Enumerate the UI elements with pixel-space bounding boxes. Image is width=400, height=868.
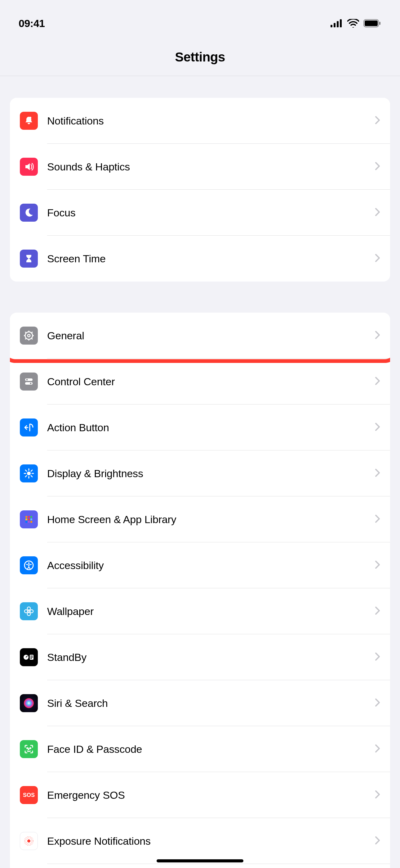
svg-line-15	[31, 338, 33, 339]
row-siri[interactable]: Siri & Search	[10, 680, 390, 726]
chevron-right-icon	[375, 116, 380, 125]
chevron-right-icon	[375, 208, 380, 217]
svg-point-21	[30, 383, 32, 384]
exposure-icon	[20, 832, 38, 850]
status-bar: 09:41	[0, 0, 400, 37]
row-standby[interactable]: StandBy	[10, 634, 390, 680]
row-screen-time[interactable]: Screen Time	[10, 236, 390, 282]
apps-icon	[20, 510, 38, 528]
settings-group-1: Notifications Sounds & Haptics Focus Scr…	[10, 98, 390, 282]
sun-icon	[20, 464, 38, 483]
chevron-right-icon	[375, 836, 380, 846]
row-label: General	[47, 330, 375, 342]
row-notifications[interactable]: Notifications	[10, 98, 390, 144]
switches-icon	[20, 373, 38, 391]
svg-line-14	[25, 332, 26, 333]
sos-icon: SOS	[20, 786, 38, 804]
row-home-screen[interactable]: Home Screen & App Library	[10, 496, 390, 542]
svg-line-30	[26, 475, 27, 477]
bell-icon	[20, 112, 38, 130]
siri-icon	[20, 694, 38, 712]
sos-text: SOS	[23, 792, 35, 799]
chevron-right-icon	[375, 162, 380, 172]
cellular-icon	[331, 19, 343, 27]
svg-rect-37	[26, 521, 27, 523]
speaker-icon	[20, 158, 38, 176]
svg-rect-31	[26, 516, 27, 518]
row-accessibility[interactable]: Accessibility	[10, 542, 390, 588]
svg-rect-1	[334, 23, 335, 27]
svg-point-41	[28, 562, 30, 564]
chevron-right-icon	[375, 653, 380, 662]
chevron-right-icon	[375, 331, 380, 340]
svg-rect-3	[340, 19, 342, 27]
svg-rect-2	[337, 21, 339, 27]
accessibility-icon	[20, 556, 38, 574]
gear-icon	[20, 327, 38, 345]
row-label: Sounds & Haptics	[47, 161, 375, 173]
svg-rect-50	[30, 657, 33, 657]
action-icon	[20, 418, 38, 436]
svg-rect-5	[365, 21, 378, 26]
page-title: Settings	[0, 50, 400, 65]
svg-point-46	[30, 610, 33, 613]
status-time: 09:41	[19, 18, 45, 30]
row-sos[interactable]: SOS Emergency SOS	[10, 772, 390, 818]
svg-rect-38	[28, 521, 30, 523]
row-faceid[interactable]: Face ID & Passcode	[10, 726, 390, 772]
status-indicators	[331, 19, 381, 28]
row-label: Emergency SOS	[47, 789, 375, 801]
svg-point-43	[27, 607, 30, 610]
svg-rect-36	[30, 519, 32, 520]
svg-rect-34	[26, 519, 27, 520]
row-battery[interactable]: Battery	[10, 864, 390, 868]
chevron-right-icon	[375, 423, 380, 432]
row-general[interactable]: General	[10, 313, 390, 359]
svg-rect-49	[30, 656, 33, 656]
row-label: Wallpaper	[47, 606, 375, 617]
battery-icon	[363, 19, 381, 28]
chevron-right-icon	[375, 561, 380, 570]
row-control-center[interactable]: Control Center	[10, 359, 390, 404]
chevron-right-icon	[375, 744, 380, 754]
row-sounds[interactable]: Sounds & Haptics	[10, 144, 390, 190]
row-label: Siri & Search	[47, 697, 375, 709]
svg-point-44	[27, 613, 30, 616]
chevron-right-icon	[375, 254, 380, 263]
row-exposure[interactable]: Exposure Notifications	[10, 818, 390, 864]
chevron-right-icon	[375, 515, 380, 524]
svg-rect-0	[331, 25, 332, 27]
row-focus[interactable]: Focus	[10, 190, 390, 236]
svg-line-17	[25, 338, 26, 339]
row-label: Focus	[47, 207, 375, 219]
header-separator	[0, 76, 400, 76]
svg-point-9	[28, 334, 30, 337]
svg-rect-33	[30, 516, 32, 518]
svg-point-42	[28, 610, 30, 612]
svg-point-55	[27, 839, 30, 842]
chevron-right-icon	[375, 699, 380, 708]
standby-icon	[20, 648, 38, 666]
chevron-right-icon	[375, 607, 380, 616]
chevron-right-icon	[375, 469, 380, 478]
row-wallpaper[interactable]: Wallpaper	[10, 588, 390, 634]
svg-point-54	[30, 748, 31, 749]
row-label: StandBy	[47, 651, 375, 663]
row-label: Action Button	[47, 422, 375, 434]
row-display[interactable]: Display & Brightness	[10, 451, 390, 496]
svg-point-53	[27, 748, 28, 749]
svg-point-7	[29, 117, 31, 119]
home-indicator[interactable]	[157, 859, 243, 862]
svg-rect-35	[28, 519, 30, 520]
chevron-right-icon	[375, 790, 380, 800]
svg-rect-51	[30, 658, 32, 659]
svg-line-27	[26, 470, 27, 471]
svg-point-52	[24, 698, 34, 708]
row-action-button[interactable]: Action Button	[10, 404, 390, 451]
svg-rect-39	[30, 521, 32, 523]
hourglass-icon	[20, 250, 38, 268]
svg-point-19	[26, 379, 28, 381]
svg-line-16	[31, 332, 33, 333]
svg-point-22	[27, 471, 31, 475]
wifi-icon	[347, 19, 359, 28]
